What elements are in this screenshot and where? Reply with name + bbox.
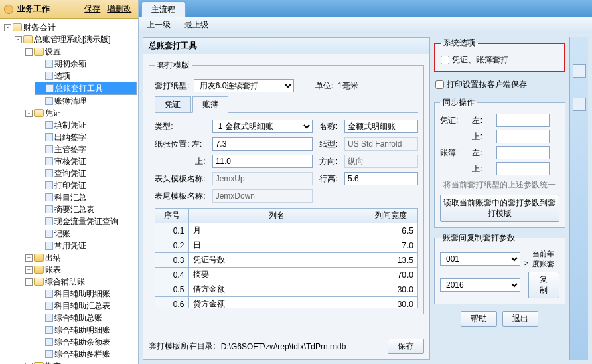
sync-v-top[interactable] bbox=[496, 130, 550, 143]
tab-voucher[interactable]: 凭证 bbox=[155, 96, 191, 112]
nav-tree[interactable]: -财务会计 -总账管理系统[演示版] -设置 期初余额 选项 总账 bbox=[0, 19, 138, 364]
tree-item[interactable]: 现金流量凭证查询 bbox=[54, 215, 119, 227]
sync-fieldset: 同步操作 凭证:左: 上: 账簿:左: 上: 将当前套打纸型的上述参数统一 读取… bbox=[434, 97, 565, 228]
expander[interactable]: + bbox=[25, 266, 33, 274]
tree-item[interactable]: 审核凭证 bbox=[54, 155, 86, 167]
leaf-icon bbox=[45, 290, 53, 298]
tree-item[interactable]: 科目辅助明细账 bbox=[54, 288, 110, 300]
leaf-icon bbox=[45, 217, 53, 225]
leaf-icon bbox=[45, 193, 53, 201]
leaf-icon bbox=[45, 133, 53, 141]
table-row[interactable]: 0.3凭证号数13.5 bbox=[155, 253, 418, 268]
paper-kind-label: 纸型: bbox=[319, 139, 338, 150]
up-top-level[interactable]: 最上级 bbox=[184, 19, 208, 31]
expander[interactable]: - bbox=[25, 48, 33, 56]
tree-books[interactable]: 账表 bbox=[45, 264, 61, 276]
tree-item[interactable]: 记账 bbox=[54, 227, 70, 240]
tree-aux[interactable]: 综合辅助账 bbox=[45, 276, 85, 288]
tree-item[interactable]: 常用凭证 bbox=[54, 240, 86, 252]
year-select[interactable]: 2016 bbox=[440, 278, 520, 292]
read-params-button[interactable]: 读取当前账套中的套打参数到套打模版 bbox=[440, 195, 559, 222]
chk-print[interactable]: 凭证、账簿套打 bbox=[441, 55, 508, 64]
expander[interactable]: - bbox=[4, 24, 11, 31]
copy-legend: 账套间复制套打参数 bbox=[440, 232, 518, 244]
type-select[interactable]: 1 金额式明细账 bbox=[212, 120, 313, 133]
tree-voucher[interactable]: 凭证 bbox=[45, 107, 61, 119]
tree-settings[interactable]: 设置 bbox=[45, 46, 61, 58]
table-row[interactable]: 0.4摘要70.0 bbox=[155, 268, 418, 282]
leaf-icon bbox=[45, 302, 53, 310]
folder-icon bbox=[34, 254, 44, 262]
tree-item[interactable]: 账簿清理 bbox=[54, 95, 86, 107]
pos-top-input[interactable] bbox=[212, 155, 313, 168]
tree-item[interactable]: 综合辅助余额表 bbox=[54, 336, 110, 348]
save-button[interactable]: 保存 bbox=[388, 339, 424, 354]
folder-icon bbox=[13, 23, 22, 31]
expander[interactable]: - bbox=[25, 278, 33, 286]
strip-icon[interactable] bbox=[573, 98, 586, 111]
leaf-icon bbox=[45, 350, 53, 358]
tree-item[interactable]: 出纳签字 bbox=[54, 131, 86, 143]
table-row[interactable]: 0.5借方金额30.0 bbox=[155, 282, 418, 297]
col-width: 列间宽度 bbox=[364, 209, 418, 223]
exit-button[interactable]: 退出 bbox=[502, 311, 538, 327]
leaf-icon bbox=[45, 121, 53, 129]
head-tpl-label: 表头模板名称: bbox=[155, 173, 205, 185]
tree-item[interactable]: 期初余额 bbox=[54, 58, 86, 70]
tree-period[interactable]: 期末 bbox=[45, 360, 61, 364]
tree-item[interactable]: 填制凭证 bbox=[54, 119, 86, 131]
expander[interactable]: - bbox=[15, 36, 22, 43]
leaf-icon bbox=[45, 60, 53, 68]
user-icon bbox=[4, 5, 13, 14]
paper-type-select[interactable]: 用友6.0连续套打 bbox=[194, 79, 294, 92]
template-legend: 套打模版 bbox=[155, 60, 192, 71]
tree-item-selected[interactable]: 总账套打工具 bbox=[55, 82, 103, 94]
table-row[interactable]: 0.6贷方金额30.0 bbox=[155, 297, 418, 309]
tree-item[interactable]: 综合辅助明细账 bbox=[54, 324, 110, 336]
copy-button[interactable]: 复制 bbox=[528, 272, 559, 298]
tree-ledger[interactable]: 总账管理系统[演示版] bbox=[34, 33, 111, 46]
columns-table[interactable]: 序号 列名 列间宽度 0.1月6.50.2日7.00.3凭证号数13.50.4摘… bbox=[155, 208, 418, 308]
tab-book[interactable]: 账簿 bbox=[192, 96, 228, 113]
tab-main[interactable]: 主流程 bbox=[141, 1, 186, 17]
name-label: 名称: bbox=[319, 121, 338, 132]
top-tabs: 主流程 bbox=[139, 0, 592, 17]
acct-select[interactable]: 001 bbox=[440, 252, 520, 266]
tree-item[interactable]: 打印凭证 bbox=[54, 179, 86, 191]
system-options: 系统选项 凭证、账簿套打 bbox=[434, 37, 565, 72]
tree-item[interactable]: 科目辅助汇总表 bbox=[54, 300, 110, 312]
paper-type-label: 套打纸型: bbox=[155, 80, 189, 92]
orient-label: 方向: bbox=[319, 156, 338, 167]
sidebar-title: 业务工作 bbox=[17, 3, 50, 15]
name-input[interactable] bbox=[344, 120, 418, 133]
up-one-level[interactable]: 上一级 bbox=[147, 19, 171, 31]
help-button[interactable]: 帮助 bbox=[461, 311, 497, 327]
tree-item[interactable]: 摘要汇总表 bbox=[54, 203, 94, 215]
chk-client[interactable]: 打印设置按客户端保存 bbox=[435, 80, 527, 89]
leaf-icon bbox=[45, 338, 53, 346]
strip-icon[interactable] bbox=[573, 64, 586, 78]
leaf-icon bbox=[45, 205, 53, 213]
sync-b-top[interactable] bbox=[496, 162, 550, 175]
tree-item[interactable]: 选项 bbox=[54, 70, 70, 82]
lineh-input[interactable] bbox=[344, 172, 418, 185]
leaf-icon bbox=[45, 157, 53, 165]
right-strip bbox=[569, 37, 588, 360]
sync-v-left[interactable] bbox=[496, 114, 550, 127]
leaf-icon bbox=[45, 242, 53, 250]
table-row[interactable]: 0.1月6.5 bbox=[155, 223, 418, 238]
save-link[interactable]: 保存 bbox=[82, 3, 103, 15]
sync-b-left[interactable] bbox=[496, 146, 550, 159]
tree-root[interactable]: 财务会计 bbox=[23, 21, 56, 33]
crud-link[interactable]: 增删改 bbox=[104, 3, 134, 15]
tree-item[interactable]: 科目汇总 bbox=[54, 191, 86, 203]
pos-left-input[interactable] bbox=[212, 137, 313, 151]
tree-item[interactable]: 主管签字 bbox=[54, 143, 86, 155]
tree-item[interactable]: 查询凭证 bbox=[54, 167, 86, 179]
tree-item[interactable]: 综合辅助总账 bbox=[54, 312, 102, 324]
tree-cashier[interactable]: 出纳 bbox=[45, 252, 61, 264]
expander[interactable]: - bbox=[25, 110, 33, 117]
tree-item[interactable]: 综合辅助多栏账 bbox=[54, 348, 110, 360]
table-row[interactable]: 0.2日7.0 bbox=[155, 238, 418, 253]
expander[interactable]: + bbox=[25, 254, 33, 262]
